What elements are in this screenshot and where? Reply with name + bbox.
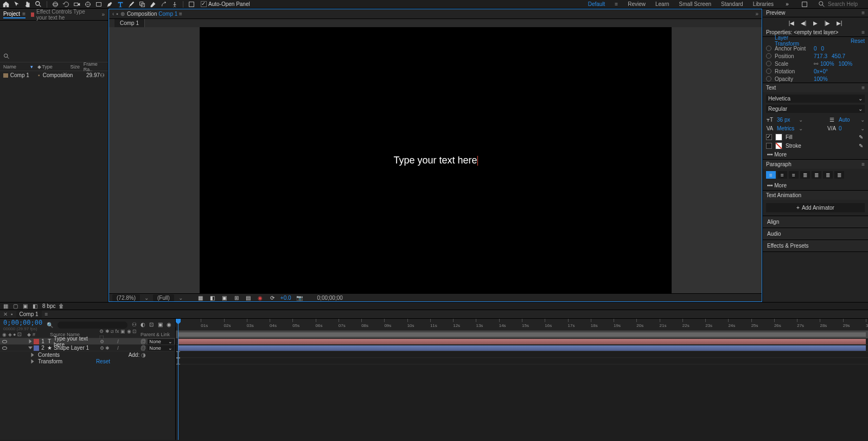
flowchart-icon[interactable]: ⚇ — [100, 72, 105, 78]
trash-icon[interactable]: 🗑 — [59, 303, 65, 310]
transform-group[interactable]: Transform Reset — [0, 358, 175, 364]
timeline-tab-comp1[interactable]: Comp 1 — [16, 311, 42, 318]
pickwhip-icon[interactable]: @ — [141, 345, 146, 351]
panel-menu-icon[interactable]: ≡ — [22, 11, 25, 17]
new-comp-icon[interactable]: ▣ — [23, 303, 29, 310]
workspace-small-screen[interactable]: Small Screen — [679, 1, 711, 7]
align-left-icon[interactable]: ≡ — [766, 171, 776, 179]
stroke-checkbox[interactable] — [766, 143, 772, 149]
composition-viewer[interactable]: Type your text here — [109, 27, 762, 293]
exposure-value[interactable]: +0.0 — [280, 295, 291, 301]
tabs-overflow-icon[interactable]: » — [755, 11, 758, 17]
res-chevron-icon[interactable]: ⌄ — [178, 295, 183, 301]
share-icon[interactable] — [801, 1, 808, 8]
align-center-icon[interactable]: ≡ — [777, 171, 787, 179]
project-item-comp1[interactable]: Comp 1 ▪ Composition 29.97 ⚇ — [0, 71, 108, 79]
panel-menu-icon[interactable]: ≡ — [861, 85, 865, 91]
workspace-menu-icon[interactable]: ≡ — [615, 1, 618, 7]
last-frame-icon[interactable]: ▶| — [835, 19, 843, 27]
guides-icon[interactable]: ▤ — [245, 294, 252, 301]
tab-effect-controls[interactable]: Effect Controls Type your text he — [31, 9, 96, 21]
stopwatch-icon[interactable] — [766, 46, 771, 51]
eyedropper-icon[interactable]: ✎ — [857, 142, 865, 149]
workspace-review[interactable]: Review — [628, 1, 646, 7]
workspace-overflow-icon[interactable]: » — [783, 1, 791, 8]
snapshot-icon[interactable]: 📷 — [296, 294, 303, 301]
align-right-icon[interactable]: ≡ — [789, 171, 799, 179]
auto-open-panel-checkbox[interactable]: Auto-Open Panel — [201, 1, 250, 7]
snap-icon[interactable] — [188, 1, 195, 8]
paragraph-more-button[interactable]: ••• More — [763, 181, 868, 190]
layer-color[interactable] — [34, 339, 39, 344]
stopwatch-icon[interactable] — [766, 68, 771, 74]
pickwhip-icon[interactable]: @ — [141, 338, 146, 344]
composition-canvas[interactable]: Type your text here — [200, 27, 672, 293]
layer-bar-shape[interactable] — [178, 345, 866, 351]
grid-icon[interactable]: ⊞ — [233, 294, 240, 301]
layer-bar-text[interactable] — [178, 339, 866, 344]
twirl-icon[interactable] — [28, 346, 33, 349]
brush-tool-icon[interactable] — [127, 1, 135, 8]
text-more-button[interactable]: ••• More — [763, 150, 868, 159]
twirl-icon[interactable] — [31, 359, 34, 363]
comp-mini-tab[interactable]: Comp 1 — [114, 19, 145, 27]
color-depth-icon[interactable]: ◧ — [33, 303, 39, 310]
timeline-search-input[interactable] — [58, 322, 127, 329]
workspace-libraries[interactable]: Libraries — [753, 1, 774, 7]
shy-icon[interactable]: ⊡ — [149, 322, 156, 328]
viewer-timecode[interactable]: 0;00;00;00 — [317, 295, 343, 301]
reset-exposure-icon[interactable]: ⟳ — [269, 294, 276, 301]
camera-tool-icon[interactable] — [73, 1, 81, 8]
pen-tool-icon[interactable] — [106, 1, 113, 8]
search-help[interactable] — [818, 1, 866, 8]
workspace-standard[interactable]: Standard — [721, 1, 743, 7]
comp-flowchart-icon[interactable]: ⚇ — [132, 322, 138, 328]
add-animator-button[interactable]: + Add Animator — [766, 203, 865, 212]
new-folder-icon[interactable]: ▢ — [13, 303, 20, 310]
toggle-transparency-icon[interactable]: ▦ — [197, 294, 205, 301]
draft3d-icon[interactable]: ◐ — [141, 322, 147, 328]
effects-presets-panel-header[interactable]: Effects & Presets — [763, 240, 868, 252]
workspace-learn[interactable]: Learn — [655, 1, 669, 7]
timeline-track-area[interactable]: 01s02s03s04s05s06s07s08s09s10s11s12s13s1… — [176, 319, 868, 440]
workspace-default[interactable]: Default — [588, 1, 605, 7]
channel-icon[interactable]: ◉ — [257, 294, 264, 301]
visibility-icon[interactable] — [2, 340, 7, 343]
composition-tab[interactable]: Composition Comp 1 ≡ — [127, 11, 182, 17]
parent-dropdown[interactable]: None⌄ — [148, 345, 174, 351]
panel-menu-icon[interactable]: ≡ — [861, 29, 865, 35]
rect-tool-icon[interactable] — [95, 1, 103, 8]
stroke-swatch[interactable] — [775, 142, 782, 149]
clone-tool-icon[interactable] — [138, 1, 146, 8]
layer-color[interactable] — [34, 345, 39, 351]
contents-group[interactable]: Contents Add: ◑ — [0, 351, 175, 358]
panel-menu-icon[interactable]: ≡ — [45, 311, 48, 317]
search-help-input[interactable] — [828, 1, 866, 7]
first-frame-icon[interactable]: |◀ — [788, 19, 795, 27]
roto-tool-icon[interactable] — [160, 1, 168, 8]
justify-right-icon[interactable]: ≣ — [823, 171, 833, 179]
back-icon[interactable]: ‹ — [112, 11, 114, 17]
visibility-icon[interactable] — [2, 346, 7, 350]
reset-link[interactable]: Reset — [851, 38, 865, 44]
add-menu-icon[interactable]: ◑ — [141, 352, 146, 358]
zoom-dropdown[interactable]: (72.8%) — [112, 294, 140, 301]
align-panel-header[interactable]: Align — [763, 216, 868, 228]
orbit-tool-icon[interactable] — [52, 1, 59, 8]
puppet-tool-icon[interactable] — [171, 1, 178, 8]
frame-blend-icon[interactable]: ▣ — [158, 322, 164, 328]
work-area-bar[interactable] — [176, 331, 868, 338]
twirl-icon[interactable] — [31, 352, 34, 357]
eraser-tool-icon[interactable] — [149, 1, 157, 8]
justify-center-icon[interactable]: ≣ — [812, 171, 821, 179]
fill-swatch[interactable] — [775, 134, 782, 141]
motion-blur-icon[interactable]: ◉ — [167, 322, 173, 328]
parent-dropdown[interactable]: None⌄ — [148, 339, 174, 344]
region-icon[interactable]: ▣ — [221, 294, 228, 301]
eyedropper-icon[interactable]: ✎ — [857, 133, 865, 141]
link-icon[interactable]: ⚯ — [814, 61, 818, 67]
type-tool-icon[interactable] — [117, 1, 124, 8]
font-style-select[interactable]: Regular⌄ — [766, 105, 865, 113]
zoom-chevron-icon[interactable]: ⌄ — [144, 295, 149, 301]
pan-behind-tool-icon[interactable] — [84, 1, 92, 8]
